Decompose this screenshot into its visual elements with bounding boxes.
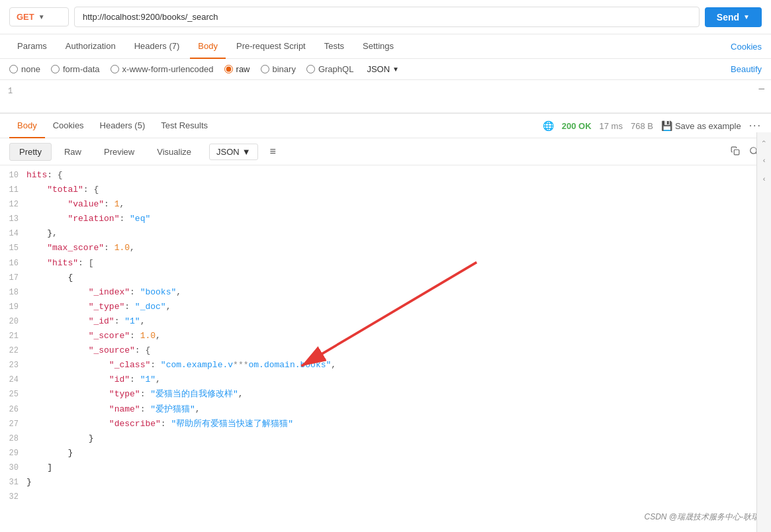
tab-body[interactable]: Body [190,34,226,59]
svg-point-1 [750,147,756,153]
view-tab-raw[interactable]: Raw [54,143,91,161]
method-selector[interactable]: GET ▼ [9,7,69,26]
radio-none-input[interactable] [9,65,18,73]
json-line-30: 30 ] [0,461,771,475]
cookies-link[interactable]: Cookies [731,42,762,52]
watermark: CSDN @瑞晟技术服务中心-耿瑞 [644,511,759,523]
radio-none[interactable]: none [9,64,40,74]
url-bar: GET ▼ Send ▼ [0,0,771,34]
json-line-18: 18 "_index": "books", [0,285,771,300]
beautify-button[interactable]: Beautify [731,64,762,74]
response-tab-body[interactable]: Body [9,114,45,138]
editor-collapse-icon[interactable]: ─ [758,84,764,93]
json-line-32: 32 [0,490,771,504]
json-line-27: 27 "describe": "帮助所有爱猫当快速了解猫猫" [0,417,771,431]
view-tab-visualize[interactable]: Visualize [147,143,201,161]
response-format-label: JSON [216,147,240,157]
response-tab-test-results[interactable]: Test Results [153,114,216,138]
radio-form-data-label: form-data [63,64,100,74]
json-line-13: 13 "relation": "eq" [0,212,771,226]
request-editor: 1 ─ [0,80,771,113]
send-chevron-icon: ▼ [743,13,750,21]
json-line-14: 14 }, [0,226,771,241]
view-tab-pretty[interactable]: Pretty [9,143,52,161]
right-collapse-icon-3[interactable]: ‹ [762,169,767,188]
json-line-15: 15 "max_score": 1.0, [0,241,771,255]
radio-binary-input[interactable] [261,65,269,73]
response-view-tabs: Pretty Raw Preview Visualize JSON ▼ ≡ [0,138,771,165]
json-line-25: 25 "type": "爱猫当的自我修改样", [0,387,771,402]
tab-authorization[interactable]: Authorization [58,34,124,59]
url-input[interactable] [74,7,700,27]
save-icon: 💾 [661,120,672,131]
response-format-selector[interactable]: JSON ▼ [209,144,258,160]
radio-urlencoded[interactable]: x-www-form-urlencoded [111,64,214,74]
radio-form-data[interactable]: form-data [51,64,100,74]
json-line-16: 16 "hits": [ [0,256,771,271]
radio-raw[interactable]: raw [224,64,250,74]
response-tabs-bar: Body Cookies Headers (5) Test Results 🌐 … [0,114,771,138]
response-tab-headers[interactable]: Headers (5) [92,114,154,138]
method-value: GET [17,12,34,22]
radio-none-label: none [21,64,40,74]
json-chevron-icon: ▼ [392,66,399,73]
json-line-28: 28 } [0,431,771,446]
wrap-button[interactable]: ≡ [263,142,283,161]
json-line-11: 11 "total": { [0,183,771,197]
response-section: Body Cookies Headers (5) Test Results 🌐 … [0,113,771,532]
svg-rect-0 [734,150,739,155]
tab-params[interactable]: Params [9,34,55,59]
save-example-label: Save as example [675,121,741,131]
response-meta: 🌐 200 OK 17 ms 768 B 💾 Save as example ·… [543,120,762,132]
radio-binary[interactable]: binary [261,64,296,74]
json-format-label: JSON [367,64,390,74]
send-label: Send [717,12,739,22]
radio-graphql-input[interactable] [306,65,315,73]
json-format-selector[interactable]: JSON ▼ [367,64,399,74]
right-panel-icons: ‹ ‹ ‹ [756,132,771,532]
editor-line-num: 1 [0,83,21,101]
radio-urlencoded-label: x-www-form-urlencoded [122,64,214,74]
radio-graphql-label: GraphQL [318,64,353,74]
response-time: 17 ms [600,121,623,131]
json-line-20: 20 "_id": "1", [0,314,771,329]
radio-raw-input[interactable] [224,65,233,73]
right-collapse-icon-2[interactable]: ‹ [762,151,767,169]
json-line-17: 17 { [0,271,771,285]
right-collapse-icon-1[interactable]: ‹ [759,132,770,151]
more-options-button[interactable]: ··· [749,120,762,132]
tab-tests[interactable]: Tests [316,34,352,59]
method-chevron-icon: ▼ [38,13,45,21]
view-tab-preview[interactable]: Preview [94,143,144,161]
response-status: 200 OK [562,121,592,131]
json-line-22: 22 "_source": { [0,343,771,358]
json-line-21: 21 "_score": 1.0, [0,329,771,343]
radio-raw-label: raw [236,64,250,74]
request-tabs: Params Authorization Headers (7) Body Pr… [0,34,771,59]
response-tab-cookies[interactable]: Cookies [45,114,92,138]
response-size: 768 B [631,121,653,131]
copy-button[interactable] [727,143,743,161]
tab-headers[interactable]: Headers (7) [126,34,188,59]
radio-form-data-input[interactable] [51,65,60,73]
json-line-24: 24 "id": "1", [0,373,771,387]
json-line-19: 19 "_type": "_doc", [0,300,771,314]
save-example-button[interactable]: 💾 Save as example [661,120,741,131]
globe-icon: 🌐 [543,120,554,131]
json-line-10: 10 hits: { [0,168,771,183]
response-format-chevron-icon: ▼ [242,147,251,157]
json-line-29: 29 } [0,446,771,461]
json-line-12: 12 "value": 1, [0,197,771,212]
json-line-31: 31 } [0,475,771,490]
radio-binary-label: binary [273,64,296,74]
radio-urlencoded-input[interactable] [111,65,119,73]
json-line-23: 23 "_class": "com.example.v***om.domain.… [0,358,771,373]
json-viewer: 10 hits: { 11 "total": { 12 "value": 1, … [0,165,771,532]
tab-pre-request[interactable]: Pre-request Script [228,34,314,59]
body-options: none form-data x-www-form-urlencoded raw… [0,59,771,80]
send-button[interactable]: Send ▼ [705,7,762,27]
tab-settings[interactable]: Settings [355,34,402,59]
json-line-26: 26 "name": "爱护猫猫", [0,402,771,417]
radio-graphql[interactable]: GraphQL [306,64,353,74]
